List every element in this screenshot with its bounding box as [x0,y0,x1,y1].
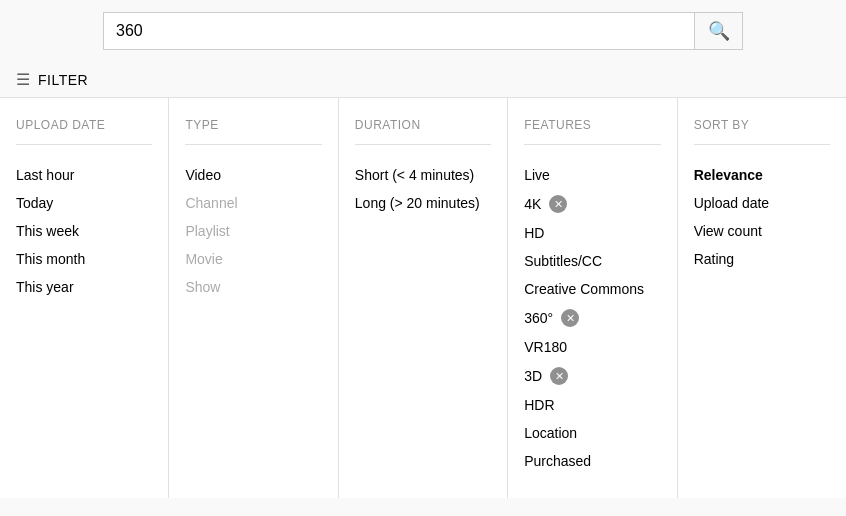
filter-item-label: Subtitles/CC [524,253,602,269]
column-header-type: TYPE [185,118,321,145]
filter-item-label: Purchased [524,453,591,469]
filter-item-purchased[interactable]: Purchased [524,447,660,475]
filter-item-hd[interactable]: HD [524,219,660,247]
column-header-sort-by: SORT BY [694,118,830,145]
filter-item-label: Playlist [185,223,229,239]
filter-label: FILTER [38,72,88,88]
filter-item-label: Today [16,195,53,211]
column-features: FEATURESLive4K✕HDSubtitles/CCCreative Co… [508,98,677,498]
filter-item-label: Last hour [16,167,74,183]
filter-item-movie: Movie [185,245,321,273]
filter-item-label: VR180 [524,339,567,355]
filter-item-label: Video [185,167,221,183]
search-icon: 🔍 [708,20,730,42]
column-header-duration: DURATION [355,118,491,145]
filter-icon: ☰ [16,70,30,89]
search-container: 🔍 [103,12,743,50]
filter-item-label: Upload date [694,195,770,211]
filter-item-label: 3D [524,368,542,384]
filter-item-label: Location [524,425,577,441]
filter-item-label: Short (< 4 minutes) [355,167,474,183]
filter-item-label: Show [185,279,220,295]
filter-item-vr180[interactable]: VR180 [524,333,660,361]
filter-item-short----4-minutes-[interactable]: Short (< 4 minutes) [355,161,491,189]
column-header-features: FEATURES [524,118,660,145]
filter-item-4k[interactable]: 4K✕ [524,189,660,219]
chip-remove-icon[interactable]: ✕ [550,367,568,385]
filter-item-label: 360° [524,310,553,326]
chip-remove-icon[interactable]: ✕ [561,309,579,327]
filter-item-channel: Channel [185,189,321,217]
filter-item-label: HDR [524,397,554,413]
column-type: TYPEVideoChannelPlaylistMovieShow [169,98,338,498]
filter-bar: ☰ FILTER [0,62,846,98]
filter-item-live[interactable]: Live [524,161,660,189]
filter-item-label: Live [524,167,550,183]
chip-remove-icon[interactable]: ✕ [549,195,567,213]
top-bar: 🔍 [0,0,846,62]
filter-item-this-week[interactable]: This week [16,217,152,245]
filter-item-label: This week [16,223,79,239]
filter-item-last-hour[interactable]: Last hour [16,161,152,189]
filter-item-label: HD [524,225,544,241]
filter-content: UPLOAD DATELast hourTodayThis weekThis m… [0,98,846,498]
filter-item-label: Channel [185,195,237,211]
filter-item-video[interactable]: Video [185,161,321,189]
search-button[interactable]: 🔍 [694,13,742,49]
filter-item-label: Long (> 20 minutes) [355,195,480,211]
filter-item-view-count[interactable]: View count [694,217,830,245]
column-duration: DURATIONShort (< 4 minutes)Long (> 20 mi… [339,98,508,498]
column-header-upload-date: UPLOAD DATE [16,118,152,145]
filter-item-subtitles-cc[interactable]: Subtitles/CC [524,247,660,275]
filter-item-show: Show [185,273,321,301]
filter-item-relevance[interactable]: Relevance [694,161,830,189]
filter-item-location[interactable]: Location [524,419,660,447]
filter-item-this-year[interactable]: This year [16,273,152,301]
filter-item-label: This year [16,279,74,295]
filter-item-3d[interactable]: 3D✕ [524,361,660,391]
filter-item-this-month[interactable]: This month [16,245,152,273]
filter-item-label: Rating [694,251,734,267]
filter-item-360-[interactable]: 360°✕ [524,303,660,333]
filter-item-label: Movie [185,251,222,267]
filter-item-label: This month [16,251,85,267]
column-sort-by: SORT BYRelevanceUpload dateView countRat… [678,98,846,498]
filter-item-playlist: Playlist [185,217,321,245]
filter-item-label: Relevance [694,167,763,183]
filter-item-creative-commons[interactable]: Creative Commons [524,275,660,303]
column-upload-date: UPLOAD DATELast hourTodayThis weekThis m… [0,98,169,498]
filter-item-long----20-minutes-[interactable]: Long (> 20 minutes) [355,189,491,217]
filter-item-today[interactable]: Today [16,189,152,217]
filter-item-rating[interactable]: Rating [694,245,830,273]
filter-item-hdr[interactable]: HDR [524,391,660,419]
search-input[interactable] [104,22,694,40]
filter-item-label: Creative Commons [524,281,644,297]
filter-item-label: 4K [524,196,541,212]
filter-item-label: View count [694,223,762,239]
filter-item-upload-date[interactable]: Upload date [694,189,830,217]
